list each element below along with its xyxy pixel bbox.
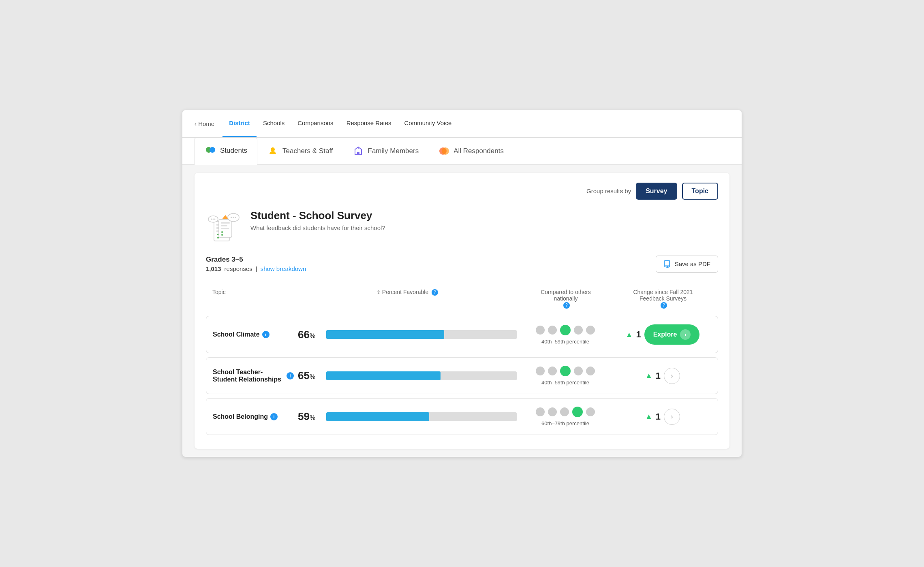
survey-subtitle: What feedback did students have for thei… <box>250 224 385 231</box>
comparison-col-teacher-student: 40th–59th percentile <box>521 366 610 386</box>
tab-teachers-label: Teachers & Staff <box>282 147 333 155</box>
group-results-bar: Group results by Survey Topic <box>206 183 718 200</box>
dots-school-belonging <box>536 407 595 417</box>
info-icon-school-climate[interactable]: i <box>262 331 270 338</box>
all-respondents-icon <box>438 145 449 157</box>
comparison-col-school-belonging: 60th–79th percentile <box>521 407 610 426</box>
change-value-school-belonging: 1 <box>656 411 661 422</box>
responses-count: 1,013 <box>206 265 221 272</box>
tab-family-members[interactable]: Family Members <box>343 138 429 164</box>
top-nav: ‹ Home District Schools Comparisons Resp… <box>182 110 742 138</box>
percent-col-school-climate: 66% <box>298 328 517 341</box>
students-icon <box>205 145 216 156</box>
dot-2 <box>548 407 557 416</box>
bar-fill-school-belonging <box>326 412 429 421</box>
show-breakdown-link[interactable]: show breakdown <box>261 265 306 272</box>
group-by-survey-button[interactable]: Survey <box>636 183 677 200</box>
change-col-teacher-student: ▲ 1 › <box>614 368 711 384</box>
topic-name-teacher-student: School Teacher-Student Relationships i <box>213 369 294 383</box>
tab-students[interactable]: Students <box>195 138 257 165</box>
svg-rect-12 <box>221 222 230 224</box>
survey-illustration <box>206 209 242 247</box>
percent-col-school-belonging: 59% <box>298 410 517 423</box>
change-value-teacher-student: 1 <box>656 371 661 381</box>
tab-teachers-staff[interactable]: Teachers & Staff <box>257 138 342 164</box>
svg-point-15 <box>221 231 223 233</box>
bar-school-belonging <box>326 412 517 421</box>
grades-info: Grades 3–5 1,013 responses | show breakd… <box>206 256 306 272</box>
survey-header: Student - School Survey What feedback di… <box>206 209 718 247</box>
svg-point-23 <box>211 218 212 220</box>
nav-home[interactable]: ‹ Home <box>195 120 214 127</box>
nav-item-district[interactable]: District <box>222 110 257 138</box>
percent-value-school-belonging: 59% <box>298 410 322 423</box>
svg-point-2 <box>271 147 275 151</box>
home-label: ‹ Home <box>195 120 214 127</box>
info-icon-teacher-student[interactable]: i <box>287 372 294 379</box>
tab-family-label: Family Members <box>368 147 419 155</box>
svg-point-10 <box>217 237 219 239</box>
responses-line: 1,013 responses | show breakdown <box>206 265 306 272</box>
percent-value-school-climate: 66% <box>298 328 322 341</box>
respondent-tabs: Students Teachers & Staff Family Members <box>182 138 742 165</box>
nav-item-response-rates[interactable]: Response Rates <box>340 110 398 138</box>
dot-4 <box>574 326 583 335</box>
dot-1 <box>536 367 545 375</box>
circle-nav-button-teacher-student[interactable]: › <box>664 368 680 384</box>
change-value-school-climate: 1 <box>636 329 641 340</box>
dot-5 <box>586 367 595 375</box>
change-col-school-belonging: ▲ 1 › <box>614 409 711 425</box>
teachers-icon <box>267 145 278 157</box>
col-header-percent: ⇕ Percent Favorable ? <box>297 289 517 309</box>
arrow-up-icon-school-climate: ▲ <box>626 330 633 339</box>
col-header-change: Change since Fall 2021 Feedback Surveys … <box>614 289 712 309</box>
tab-students-label: Students <box>220 147 247 155</box>
table-row: School Teacher-Student Relationships i 6… <box>206 357 718 394</box>
save-pdf-label: Save as PDF <box>675 260 710 267</box>
col-header-topic: Topic <box>212 289 293 309</box>
change-help-icon[interactable]: ? <box>661 302 667 309</box>
dots-school-climate <box>536 325 595 335</box>
svg-point-25 <box>214 218 216 220</box>
svg-point-24 <box>213 218 214 220</box>
topic-name-school-belonging: School Belonging i <box>213 413 294 420</box>
dot-1 <box>536 407 545 416</box>
circle-nav-button-school-belonging[interactable]: › <box>664 409 680 425</box>
group-by-topic-button[interactable]: Topic <box>682 183 718 200</box>
nav-item-schools[interactable]: Schools <box>257 110 291 138</box>
family-icon <box>353 145 364 157</box>
topic-name-school-climate: School Climate i <box>213 331 294 338</box>
percent-value-teacher-student: 65% <box>298 369 322 382</box>
bar-teacher-student <box>326 371 517 380</box>
compared-help-icon[interactable]: ? <box>563 302 570 309</box>
svg-rect-26 <box>665 260 669 267</box>
dot-5 <box>586 326 595 335</box>
arrow-up-icon-school-belonging: ▲ <box>645 412 652 421</box>
svg-point-19 <box>231 217 232 218</box>
save-pdf-button[interactable]: Save as PDF <box>656 256 718 273</box>
dot-1 <box>536 326 545 335</box>
svg-rect-13 <box>221 225 227 226</box>
svg-point-4 <box>442 147 449 155</box>
nav-item-comparisons[interactable]: Comparisons <box>291 110 340 138</box>
nav-item-community-voice[interactable]: Community Voice <box>398 110 458 138</box>
svg-point-1 <box>210 147 215 153</box>
main-content: Group results by Survey Topic <box>182 165 742 457</box>
table-row: School Climate i 66% <box>206 316 718 353</box>
dot-4-active <box>572 407 583 417</box>
survey-info: Student - School Survey What feedback di… <box>250 209 385 231</box>
dots-teacher-student <box>536 366 595 376</box>
table-header: Topic ⇕ Percent Favorable ? Compared to … <box>206 285 718 313</box>
col-header-compared: Compared to others nationally ? <box>521 289 610 309</box>
app-container: ‹ Home District Schools Comparisons Resp… <box>182 110 742 457</box>
comparison-col-school-climate: 40th–59th percentile <box>521 325 610 345</box>
info-icon-school-belonging[interactable]: i <box>270 413 278 420</box>
explore-button-school-climate[interactable]: Explore › <box>644 324 700 345</box>
dot-3 <box>560 407 569 416</box>
sort-icon: ⇕ <box>376 290 381 295</box>
grades-label: Grades 3–5 <box>206 256 306 264</box>
percentile-label-teacher-student: 40th–59th percentile <box>541 379 589 386</box>
tab-all-respondents[interactable]: All Respondents <box>428 138 513 164</box>
percent-help-icon[interactable]: ? <box>432 289 438 296</box>
dot-3-active <box>560 325 571 335</box>
